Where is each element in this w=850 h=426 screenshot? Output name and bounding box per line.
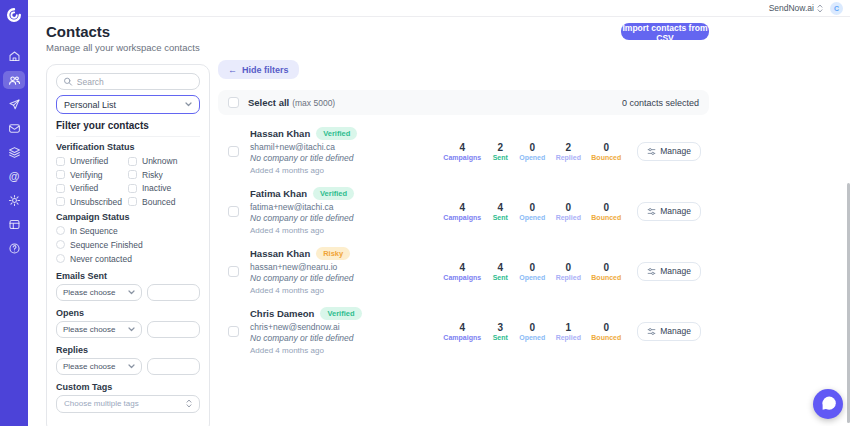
checkbox-verified[interactable]: Verified: [56, 183, 128, 193]
stat-replied-label: Replied: [555, 214, 581, 221]
select-all-checkbox[interactable]: [228, 97, 239, 108]
stat-opened-value: 0: [519, 322, 545, 333]
send-icon: [8, 98, 21, 111]
manage-button[interactable]: Manage: [637, 322, 701, 341]
sidebar: @: [0, 0, 28, 426]
chevron-down-icon: [128, 290, 135, 295]
stat-campaigns-value: 4: [443, 142, 481, 153]
select-all-label: Select all: [248, 97, 289, 108]
stat-campaigns-label: Campaigns: [443, 214, 481, 221]
checkbox-unsubscribed[interactable]: Unsubscribed: [56, 197, 128, 207]
help-circle-icon: [8, 242, 21, 255]
contact-email: fatima+new@itachi.ca: [250, 202, 354, 212]
checkbox-icon: [56, 197, 65, 206]
layout-icon: [8, 218, 21, 231]
sidebar-item-mentions[interactable]: @: [3, 167, 25, 185]
avatar[interactable]: C: [830, 2, 843, 15]
chevron-down-icon: [128, 327, 135, 332]
emails-sent-operator-select[interactable]: Please choose: [56, 284, 142, 301]
checkbox-icon: [56, 170, 65, 179]
status-badge: Verified: [320, 307, 361, 320]
filter-heading: Filter your contacts: [56, 120, 200, 131]
sidebar-item-home[interactable]: [3, 47, 25, 65]
contact-added: Added 4 months ago: [250, 166, 357, 175]
page-title: Contacts: [46, 23, 110, 40]
stat-bounced-label: Bounced: [591, 334, 621, 341]
contact-checkbox[interactable]: [228, 146, 239, 157]
opens-label: Opens: [56, 308, 200, 318]
stat-opened-label: Opened: [519, 334, 545, 341]
contact-stats: 4Campaigns 2Sent 0Opened 2Replied 0Bounc…: [443, 142, 621, 161]
custom-tags-select[interactable]: Choose multiple tags: [56, 395, 200, 413]
stat-opened-label: Opened: [519, 274, 545, 281]
contact-email: chris+new@sendnow.ai: [250, 322, 362, 332]
sidebar-item-settings[interactable]: [3, 191, 25, 209]
opens-operator-select[interactable]: Please choose: [56, 321, 142, 338]
status-badge: Verified: [313, 187, 354, 200]
replies-operator-select[interactable]: Please choose: [56, 358, 142, 375]
app-logo-icon[interactable]: [4, 5, 24, 25]
chevron-down-icon: [128, 364, 135, 369]
contact-name: Chris Dameon: [250, 308, 314, 319]
stat-sent-value: 2: [491, 142, 509, 153]
sidebar-item-sequences[interactable]: [3, 143, 25, 161]
stat-bounced-label: Bounced: [591, 214, 621, 221]
sidebar-item-inbox[interactable]: [3, 119, 25, 137]
checkbox-unknown[interactable]: Unknown: [128, 156, 200, 166]
contact-name: Hassan Khan: [250, 248, 310, 259]
stat-bounced-label: Bounced: [591, 274, 621, 281]
stat-campaigns-value: 4: [443, 262, 481, 273]
stat-campaigns-label: Campaigns: [443, 274, 481, 281]
checkbox-verifying[interactable]: Verifying: [56, 170, 128, 180]
chevron-down-icon: [185, 102, 192, 107]
hide-filters-button[interactable]: ← Hide filters: [218, 60, 299, 79]
radio-in-sequence[interactable]: In Sequence: [56, 226, 200, 236]
stat-campaigns-label: Campaigns: [443, 334, 481, 341]
chat-launcher-button[interactable]: [813, 389, 843, 419]
sidebar-item-contacts[interactable]: [3, 71, 25, 89]
contact-email: hassan+new@nearu.io: [250, 262, 353, 272]
checkbox-unverified[interactable]: Unverified: [56, 156, 128, 166]
contact-stats: 4Campaigns 4Sent 0Opened 0Replied 0Bounc…: [443, 262, 621, 281]
manage-button[interactable]: Manage: [637, 262, 701, 281]
stat-replied-label: Replied: [555, 274, 581, 281]
manage-button[interactable]: Manage: [637, 142, 701, 161]
checkbox-inactive[interactable]: Inactive: [128, 183, 200, 193]
stat-bounced-label: Bounced: [591, 154, 621, 161]
sidebar-item-reports[interactable]: [3, 215, 25, 233]
layers-icon: [8, 146, 21, 159]
stat-replied-value: 2: [555, 142, 581, 153]
contacts-icon: [8, 74, 21, 87]
radio-never-contacted[interactable]: Never contacted: [56, 254, 200, 264]
stat-sent-value: 4: [491, 202, 509, 213]
contact-checkbox[interactable]: [228, 266, 239, 277]
replies-value-input[interactable]: [147, 358, 200, 375]
sidebar-item-campaigns[interactable]: [3, 95, 25, 113]
stat-sent-label: Sent: [491, 274, 509, 281]
at-sign-icon: @: [9, 171, 20, 182]
stat-replied-value: 0: [555, 202, 581, 213]
contact-company: No company or title defined: [250, 333, 362, 343]
radio-sequence-finished[interactable]: Sequence Finished: [56, 240, 200, 250]
app-root: @ SendNow.ai C Contacts Manage all your …: [0, 0, 850, 426]
manage-button[interactable]: Manage: [637, 202, 701, 221]
sliders-icon: [647, 327, 656, 336]
workspace-switcher[interactable]: SendNow.ai: [769, 3, 823, 13]
status-badge: Verified: [316, 127, 357, 140]
import-contacts-button[interactable]: Import contacts from CSV: [621, 23, 709, 40]
emails-sent-value-input[interactable]: [147, 284, 200, 301]
contact-checkbox[interactable]: [228, 326, 239, 337]
search-input[interactable]: [77, 77, 193, 87]
verification-status-label: Verification Status: [56, 142, 200, 152]
topbar: SendNow.ai C: [28, 0, 850, 17]
contact-checkbox[interactable]: [228, 206, 239, 217]
list-select[interactable]: Personal List: [56, 95, 200, 114]
select-all-bar: Select all (max 5000) 0 contacts selecte…: [218, 90, 709, 115]
sidebar-item-help[interactable]: [3, 239, 25, 257]
select-all-hint: (max 5000): [292, 98, 335, 108]
opens-value-input[interactable]: [147, 321, 200, 338]
contact-company: No company or title defined: [250, 273, 353, 283]
checkbox-risky[interactable]: Risky: [128, 170, 200, 180]
filter-panel: Personal List Filter your contacts Verif…: [46, 64, 210, 426]
checkbox-bounced[interactable]: Bounced: [128, 197, 200, 207]
